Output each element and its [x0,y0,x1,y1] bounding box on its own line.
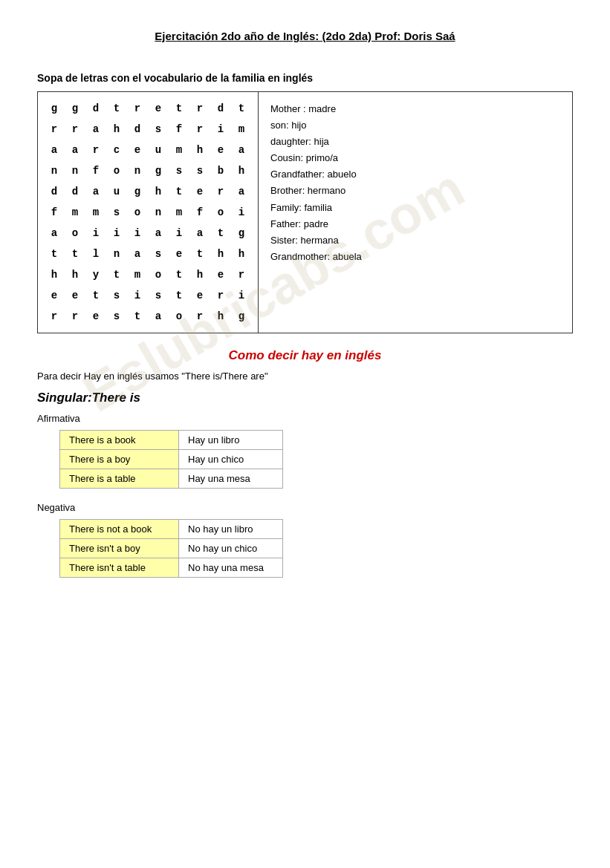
grid-cell: m [231,119,252,140]
grid-cell: r [210,285,231,306]
grid-cell: f [85,160,106,181]
grid-cell: b [210,160,231,181]
grid-cell: r [65,306,85,327]
afirmativa-table: There is a bookHay un libroThere is a bo… [59,430,283,489]
grid-cell: s [148,285,169,306]
afirmativa-left: There is a boy [60,450,179,469]
grid-cell: h [231,244,252,264]
grid-cell: h [65,264,85,285]
grid-cell: r [127,98,148,119]
grid-cell: r [189,98,210,119]
grid-cell: a [85,181,106,202]
grid-cell: a [44,140,65,160]
afirmativa-left: There is a table [60,469,179,489]
section2-title: Como decir hay en inglés [37,348,573,363]
negativa-label: Negativa [37,502,573,513]
grid-cell: t [169,285,189,306]
grid-cell: r [231,264,252,285]
grid-cell: n [44,160,65,181]
grid-cell: d [85,98,106,119]
vocab-item: Brother: hermano [270,183,362,199]
grid-cell: h [148,181,169,202]
grid-cell: o [127,202,148,223]
grid-cell: a [231,181,252,202]
grid-cell: o [148,264,169,285]
grid-cell: s [169,160,189,181]
grid-cell: a [148,306,169,327]
grid-cell: t [169,98,189,119]
grid-cell: s [106,285,127,306]
grid-cell: i [231,202,252,223]
grid-cell: f [44,202,65,223]
grid-cell: m [85,202,106,223]
grid-cell: a [44,223,65,244]
grid-cell: h [189,140,210,160]
grid-cell: h [189,264,210,285]
grid-cell: c [106,140,127,160]
grid-cell: e [127,140,148,160]
grid-cell: n [106,244,127,264]
grid-cell: e [210,140,231,160]
grid-cell: t [44,244,65,264]
grid-cell: i [169,223,189,244]
grid-cell: i [231,285,252,306]
grid-cell: t [106,98,127,119]
grid-cell: i [127,223,148,244]
grid-cell: f [169,119,189,140]
vocab-item: daughter: hija [270,134,362,150]
grid-cell: r [44,306,65,327]
vocab-item: son: hijo [270,117,362,134]
grid-cell: o [106,160,127,181]
grid-cell: r [189,306,210,327]
afirmativa-right: Hay un libro [179,431,283,450]
grid-cell: t [189,244,210,264]
grid-cell: e [169,244,189,264]
grid-cell: r [44,119,65,140]
grid-cell: e [210,264,231,285]
grid-cell: r [210,181,231,202]
grid-cell: s [148,119,169,140]
negativa-left: There isn't a boy [60,539,179,558]
afirmativa-right: Hay una mesa [179,469,283,489]
grid-cell: h [231,160,252,181]
grid-cell: t [127,306,148,327]
grid-cell: a [127,244,148,264]
grid-cell: t [65,244,85,264]
grid-cell: r [85,140,106,160]
grid-cell: s [106,306,127,327]
grid-cell: h [44,264,65,285]
grid-cell: t [169,181,189,202]
grid-cell: g [65,98,85,119]
grid-cell: o [169,306,189,327]
grid-cell: f [189,202,210,223]
wordsearch-grid: ggdtretrdtrrahdsfrimaarceumheannfongssbh… [38,92,259,333]
vocab-item: Family: familia [270,200,362,216]
grid-cell: d [127,119,148,140]
grid-cell: i [210,119,231,140]
page-title: Ejercitación 2do año de Inglés: (2do 2da… [37,30,573,42]
vocab-item: Grandfather: abuelo [270,166,362,183]
afirmativa-right: Hay un chico [179,450,283,469]
grid-cell: i [106,223,127,244]
intro-text: Para decir Hay en inglés usamos "There i… [37,371,573,382]
grid-cell: n [148,202,169,223]
grid-cell: e [85,306,106,327]
grid-cell: g [231,223,252,244]
grid-cell: e [65,285,85,306]
vocab-item: Mother : madre [270,101,362,117]
grid-cell: s [106,202,127,223]
grid-cell: m [65,202,85,223]
grid-cell: d [65,181,85,202]
grid-cell: g [127,181,148,202]
grid-cell: t [169,264,189,285]
grid-cell: n [65,160,85,181]
grid-cell: e [189,285,210,306]
grid-cell: s [189,160,210,181]
vocab-item: Sister: hermana [270,232,362,249]
negativa-right: No hay un chico [179,539,283,558]
wordsearch-title: Sopa de letras con el vocabulario de la … [37,72,573,84]
grid-cell: l [85,244,106,264]
singular-title: Singular:There is [37,391,573,405]
grid-cell: g [148,160,169,181]
grid-cell: i [127,285,148,306]
